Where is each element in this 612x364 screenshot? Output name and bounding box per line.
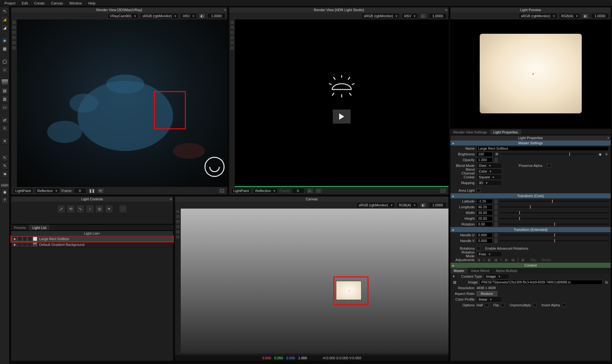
folder-icon[interactable]: 🗀 [604, 280, 609, 284]
menu-canvas[interactable]: Canvas [48, 1, 66, 5]
section-transform-core[interactable]: ▼Transform (Core) [450, 193, 611, 198]
colorspace-select[interactable]: sRGB (rgbMonitor) [356, 202, 395, 208]
atom-icon[interactable]: ⚛ [1, 125, 8, 132]
light-name[interactable]: Large Rect Softbox [38, 237, 172, 241]
colorspace-select[interactable]: sRGB (rgbMonitor) [519, 13, 557, 19]
brightness-slider[interactable] [501, 153, 596, 155]
close-icon[interactable]: × [445, 7, 447, 12]
close-icon[interactable]: × [224, 7, 226, 12]
play-icon[interactable]: ▶ [306, 188, 313, 194]
camera-select[interactable]: VRayCam001 [108, 13, 138, 19]
rgbmode-select[interactable]: RGB(A) [397, 202, 418, 208]
keyframe-icon[interactable]: ◆ [598, 152, 602, 156]
move-icon[interactable] [12, 25, 16, 30]
close-icon[interactable]: × [98, 232, 100, 235]
tab-presets[interactable]: Presets [11, 225, 29, 230]
lc-updown-icon[interactable]: ↕ [86, 205, 94, 213]
exposure-icon[interactable]: ◐ [199, 13, 206, 19]
render-viewport[interactable] [235, 19, 448, 187]
x-icon[interactable]: ✕ [1, 138, 8, 145]
latitude-slider[interactable] [499, 201, 609, 202]
close-icon[interactable]: × [608, 135, 609, 140]
rotation-slider[interactable] [499, 224, 609, 225]
spinner[interactable] [494, 158, 498, 162]
color-profile-select[interactable]: linear [477, 296, 502, 302]
light-swatch[interactable] [33, 242, 37, 247]
enable-rotations-checkbox[interactable] [477, 246, 480, 250]
pause-icon[interactable]: ❚❚ [88, 188, 95, 194]
gradient-icon[interactable] [1, 79, 8, 86]
play-button[interactable] [333, 110, 351, 124]
exposure-value[interactable]: 1.0000 [208, 13, 225, 19]
spinner[interactable] [494, 216, 498, 221]
name-input[interactable]: Large Rect Softbox [477, 146, 609, 151]
width-input[interactable]: 20.00 [477, 211, 492, 215]
cursor-icon[interactable]: ↖ [1, 8, 8, 15]
hand-icon[interactable]: ☚ [1, 171, 8, 178]
restore-button[interactable]: Restore [477, 291, 497, 296]
refresh-icon[interactable]: ⟳ [315, 188, 322, 194]
twisty-icon[interactable]: ▼ [452, 275, 455, 278]
rgbmode-select[interactable]: RGB(A) [559, 13, 580, 19]
blendchannel-select[interactable]: Color [477, 168, 502, 174]
visibility-icon[interactable]: ◉ [12, 242, 17, 247]
rect-icon[interactable]: ▭ [1, 104, 8, 111]
half-checkbox[interactable] [485, 303, 489, 307]
spinner[interactable] [494, 233, 498, 238]
width-slider[interactable] [499, 212, 609, 213]
menu-help[interactable]: Help [85, 1, 99, 5]
light-list-row[interactable]: ◉ Default Gradient Background [11, 242, 173, 247]
thumb-icon[interactable]: ▨ [452, 280, 457, 284]
tab-value-blend[interactable]: Value Blend [468, 268, 493, 274]
refresh-icon[interactable]: ⟳ [97, 188, 104, 194]
image-path-input[interactable]: PRESETS/presets/12fa1309-f9c3-4cb9-8039-… [480, 280, 602, 285]
hand-icon[interactable] [230, 30, 234, 35]
menu-window[interactable]: Window [66, 1, 85, 5]
fit-icon[interactable] [12, 40, 16, 45]
zoom-icon[interactable] [176, 225, 180, 229]
cam-icon[interactable] [230, 46, 234, 50]
expand-icon[interactable]: ⛶ [218, 188, 225, 194]
preserve-alpha-checkbox[interactable] [547, 164, 551, 168]
light-swatch[interactable] [33, 237, 37, 241]
bars-icon[interactable]: ▤ [1, 87, 8, 94]
link-icon[interactable]: ⧉ [494, 152, 499, 156]
twisty-icon[interactable]: ▼ [452, 194, 455, 199]
lc-scale-icon[interactable]: ⤡ [76, 205, 84, 213]
move-icon[interactable] [230, 25, 234, 30]
flip-checkbox[interactable] [501, 303, 505, 307]
hand-icon[interactable] [12, 30, 16, 35]
brightness-input[interactable]: 100 [477, 152, 492, 157]
section-content[interactable]: ▼Content [450, 263, 611, 268]
opacity-input[interactable]: 1.000 [477, 158, 492, 162]
plus-icon[interactable]: + [604, 152, 609, 156]
arrow-icon[interactable]: ↖ [1, 154, 8, 161]
rotation-input[interactable]: 0.00 [477, 222, 492, 227]
spinner[interactable] [494, 239, 498, 243]
twisty-icon[interactable]: ▼ [452, 141, 455, 146]
lc-orbit-icon[interactable]: ◎ [95, 205, 104, 213]
swap-icon[interactable]: ⇄ [1, 117, 8, 124]
tab-alpha-multiply[interactable]: Alpha Multiply [492, 268, 521, 274]
tab-light-list[interactable]: Light List [29, 225, 49, 230]
twisty-icon[interactable]: ▼ [452, 263, 455, 268]
light-preview-viewport[interactable] [450, 19, 611, 128]
render-icon[interactable] [28, 242, 32, 247]
invert-alpha-checkbox[interactable] [562, 303, 566, 307]
sphere-icon[interactable]: ◯ [1, 58, 8, 65]
expand-icon[interactable]: ⛶ [440, 188, 447, 194]
exposure-value[interactable]: 1.0000 [429, 202, 447, 208]
fit-icon[interactable] [230, 40, 234, 45]
twisty-icon[interactable]: ▼ [452, 228, 455, 233]
lock-icon[interactable] [23, 237, 27, 241]
exposure-icon[interactable]: ◐ [420, 202, 427, 208]
globe-icon[interactable]: ◉ [1, 189, 8, 196]
hand-icon[interactable] [176, 219, 180, 224]
spinner[interactable] [494, 222, 498, 227]
visibility-icon[interactable]: ◉ [12, 237, 17, 241]
solo-icon[interactable] [18, 237, 22, 241]
sun-icon[interactable]: ☼ [1, 66, 8, 73]
exposure-value[interactable]: 1.0000 [591, 13, 609, 19]
tab-light-properties[interactable]: Light Properties [490, 129, 521, 135]
brush-orange-icon[interactable]: ◢ [1, 16, 8, 23]
